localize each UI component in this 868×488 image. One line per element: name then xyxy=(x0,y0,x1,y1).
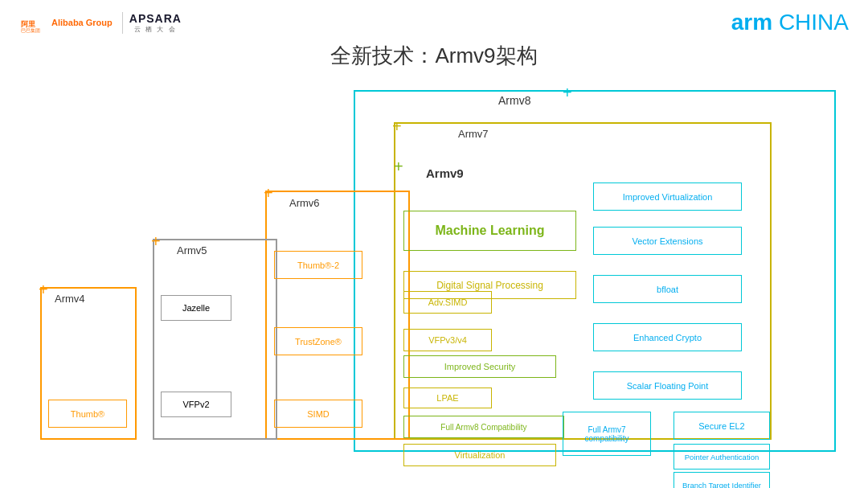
armv7-label: Armv7 xyxy=(458,128,489,140)
logo-area: 阿里 巴巴集团 Alibaba Group APSARA 云 栖 大 会 xyxy=(19,11,182,34)
armv7-plus: + xyxy=(392,118,402,134)
arm-text: arm xyxy=(731,10,772,35)
secure-el2-label: Secure EL2 xyxy=(698,421,744,431)
lpae-box: LPAE xyxy=(403,388,492,408)
adv-simd-label: Adv.SIMD xyxy=(428,297,468,307)
digital-signal-label: Digital Signal Processing xyxy=(436,280,543,291)
apsara-text: APSARA xyxy=(129,12,182,25)
diagram-area: Armv8 + Armv7 + Armv9 + Armv6 + Armv5 + … xyxy=(0,78,868,472)
improved-virt-label: Improved Virtualization xyxy=(623,192,713,202)
alibaba-icon: 阿里 巴巴集团 xyxy=(19,11,48,34)
simd-box: SIMD xyxy=(274,400,362,428)
pointer-auth-label: Pointer Authentication xyxy=(685,453,759,461)
scalar-fp-box: Scalar Floating Point xyxy=(593,371,742,400)
vfpv2-box: VFPv2 xyxy=(161,392,231,417)
adv-simd-box: Adv.SIMD xyxy=(403,291,492,314)
vector-ext-label: Vector Extensions xyxy=(632,236,702,246)
machine-learning-box: Machine Learning xyxy=(403,211,576,251)
svg-text:巴巴集团: 巴巴集团 xyxy=(21,27,40,33)
vfpv3v4-box: VFPv3/v4 xyxy=(403,329,492,351)
china-text: CHINA xyxy=(779,10,849,35)
apsara-logo: APSARA 云 栖 大 会 xyxy=(122,12,182,34)
full-armv7-compat-label: Full Armv7 compatibility xyxy=(567,425,647,443)
branch-target-box: Branch Target Identifier xyxy=(674,472,770,488)
alibaba-logo: 阿里 巴巴集团 Alibaba Group xyxy=(19,11,113,34)
full-armv8-compat-box: Full Armv8 Compatibility xyxy=(403,416,564,438)
arm-china-logo: arm CHINA xyxy=(731,10,849,35)
secure-el2-box: Secure EL2 xyxy=(674,412,770,440)
apsara-sub: 云 栖 大 会 xyxy=(134,25,177,34)
thumb-box: Thumb® xyxy=(48,400,127,428)
enhanced-crypto-label: Enhanced Crypto xyxy=(633,333,702,342)
improved-security-box: Improved Security xyxy=(403,355,556,378)
simd-label: SIMD xyxy=(307,409,330,419)
jazelle-label: Jazelle xyxy=(182,303,210,313)
armv8-label: Armv8 xyxy=(498,94,530,107)
trustzone-label: TrustZone® xyxy=(295,337,342,347)
main-title: 全新技术：Armv9架构 xyxy=(0,42,868,70)
thumb2-label: Thumb®-2 xyxy=(297,260,339,270)
armv6-label: Armv6 xyxy=(289,197,320,209)
vfpv2-label: VFPv2 xyxy=(182,400,209,409)
thumb-label: Thumb® xyxy=(71,409,104,419)
armv5-label: Armv5 xyxy=(177,244,207,256)
jazelle-box: Jazelle xyxy=(161,295,231,321)
armv9-plus: + xyxy=(394,158,403,174)
improved-security-label: Improved Security xyxy=(444,362,516,371)
bfloat-box: bfloat xyxy=(593,275,742,303)
armv8-plus: + xyxy=(563,84,572,100)
branch-target-label: Branch Target Identifier xyxy=(682,481,761,489)
thumb2-box: Thumb®-2 xyxy=(274,251,362,279)
full-armv7-compat-box: Full Armv7 compatibility xyxy=(563,412,651,456)
alibaba-group-text: Alibaba Group xyxy=(51,18,113,27)
header: 阿里 巴巴集团 Alibaba Group APSARA 云 栖 大 会 arm… xyxy=(0,0,868,35)
trustzone-box: TrustZone® xyxy=(274,327,362,355)
armv4-plus: + xyxy=(39,281,48,297)
lpae-label: LPAE xyxy=(436,393,458,403)
pointer-auth-box: Pointer Authentication xyxy=(674,444,770,470)
title-section: 全新技术：Armv9架构 xyxy=(0,42,868,70)
scalar-fp-label: Scalar Floating Point xyxy=(627,381,709,391)
armv9-label: Armv9 xyxy=(426,166,464,180)
armv6-plus: + xyxy=(264,185,273,201)
bfloat-label: bfloat xyxy=(657,285,678,294)
improved-virt-box: Improved Virtualization xyxy=(593,182,742,211)
vfpv3v4-label: VFPv3/v4 xyxy=(428,335,467,345)
virtualization-label: Virtualization xyxy=(455,450,506,460)
virtualization-box: Virtualization xyxy=(403,444,556,466)
full-armv8-compat-label: Full Armv8 Compatibility xyxy=(440,423,526,432)
machine-learning-label: Machine Learning xyxy=(435,223,544,238)
enhanced-crypto-box: Enhanced Crypto xyxy=(593,323,742,351)
armv5-plus: + xyxy=(151,233,161,249)
armv4-label: Armv4 xyxy=(55,293,85,305)
vector-ext-box: Vector Extensions xyxy=(593,227,742,255)
